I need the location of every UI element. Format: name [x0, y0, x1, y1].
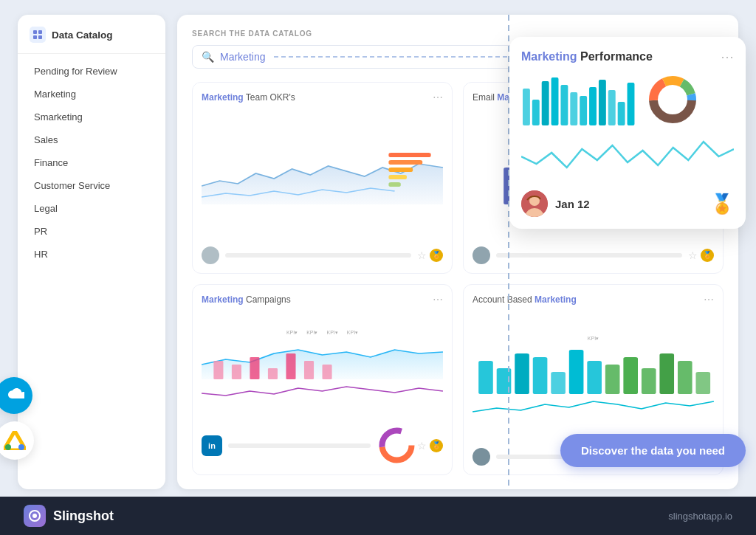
- svg-rect-44: [659, 353, 674, 394]
- avatar-area: Jan 12: [521, 190, 590, 217]
- discover-button[interactable]: Discover the data you need: [560, 434, 746, 467]
- content-area: Data Catalog Pending for Review ⋯ Market…: [18, 15, 738, 489]
- card-blue-text: Marketing: [535, 294, 577, 305]
- svg-rect-29: [304, 361, 314, 379]
- brand-name: Slingshot: [53, 508, 114, 524]
- svg-rect-30: [323, 365, 332, 379]
- svg-rect-0: [33, 30, 37, 34]
- floating-performance-card: Marketing Performance ⋯: [509, 37, 746, 229]
- bottom-bar: Slingshot slingshotapp.io: [0, 497, 756, 535]
- floating-title-blue: Marketing: [521, 50, 577, 63]
- svg-rect-56: [608, 90, 616, 125]
- card-avatar: [472, 448, 490, 466]
- floating-footer: Jan 12 🏅: [521, 190, 734, 217]
- data-catalog-icon: [30, 27, 46, 43]
- floating-date: Jan 12: [555, 198, 590, 210]
- card-footer-line: [496, 253, 682, 258]
- svg-point-68: [32, 514, 37, 518]
- sidebar-item-label: Sales: [34, 134, 58, 145]
- brand-icon: [24, 505, 46, 527]
- svg-rect-37: [533, 357, 548, 394]
- sidebar-item-pr[interactable]: PR ⋯: [22, 220, 161, 242]
- sidebar-item-smarketing[interactable]: Smarketing ⋯: [22, 106, 161, 128]
- svg-rect-51: [560, 85, 568, 125]
- svg-rect-49: [542, 81, 549, 125]
- sidebar-header: Data Catalog: [18, 27, 165, 54]
- sidebar: Data Catalog Pending for Review ⋯ Market…: [18, 15, 165, 489]
- card-menu-icon[interactable]: ⋯: [433, 294, 443, 306]
- card-prefix-text: Account Based: [472, 294, 535, 305]
- card-header: Marketing Campaigns ⋯: [202, 294, 443, 306]
- badge-icon: 🏅: [701, 249, 714, 262]
- floating-card-body: [521, 74, 734, 125]
- card-visual: [202, 109, 443, 241]
- sidebar-item-hr[interactable]: HR ⋯: [22, 243, 161, 265]
- sidebar-item-label: HR: [34, 249, 48, 260]
- brand-area: Slingshot: [24, 505, 114, 527]
- svg-rect-2: [33, 35, 37, 39]
- sidebar-item-label: Finance: [34, 157, 68, 168]
- medal-icon: 🏅: [710, 193, 734, 215]
- svg-rect-47: [523, 89, 530, 125]
- svg-rect-41: [605, 365, 620, 394]
- sidebar-item-label: Legal: [34, 203, 58, 214]
- card-blue-text: Marketing: [202, 92, 244, 103]
- floating-card-menu-icon[interactable]: ⋯: [721, 49, 734, 65]
- floating-card-header: Marketing Performance ⋯: [521, 49, 734, 65]
- search-value: Marketing: [220, 51, 265, 63]
- floating-title-performance: Performance: [580, 50, 653, 63]
- svg-rect-54: [589, 87, 597, 125]
- star-icon[interactable]: ☆: [417, 440, 427, 452]
- svg-rect-28: [286, 353, 295, 379]
- card-blue-text: Marketing: [202, 294, 244, 305]
- badge-icon: 🏅: [430, 439, 443, 452]
- brand-url: slingshotapp.io: [668, 511, 732, 522]
- sidebar-item-label: Pending for Review: [34, 66, 117, 77]
- sidebar-item-sales[interactable]: Sales ⋯: [22, 128, 161, 151]
- svg-rect-57: [618, 102, 625, 125]
- svg-rect-46: [695, 372, 710, 394]
- card-menu-icon[interactable]: ⋯: [704, 294, 714, 306]
- sidebar-item-legal[interactable]: Legal ⋯: [22, 197, 161, 219]
- svg-rect-50: [551, 77, 559, 125]
- sidebar-item-marketing[interactable]: Marketing ⋯: [22, 83, 161, 105]
- card-marketing-okr: Marketing Team OKR's ⋯: [192, 82, 453, 274]
- svg-rect-24: [213, 361, 223, 379]
- sidebar-item-finance[interactable]: Finance ⋯: [22, 151, 161, 173]
- sidebar-item-customer-service[interactable]: Customer Service ⋯: [22, 174, 161, 196]
- card-menu-icon[interactable]: ⋯: [433, 92, 443, 103]
- star-icon[interactable]: ☆: [688, 249, 698, 261]
- card-footer: in ☆ 🏅: [202, 425, 443, 466]
- card-title: Marketing Campaigns: [202, 294, 291, 305]
- svg-rect-55: [599, 80, 606, 125]
- floating-card-title: Marketing Performance: [521, 50, 653, 63]
- card-rest-title: Team OKR's: [246, 92, 295, 103]
- sidebar-item-pending[interactable]: Pending for Review ⋯: [22, 60, 161, 82]
- svg-rect-10: [388, 175, 407, 179]
- card-visual: KPI▾KPI▾KPI▾KPI▾: [202, 311, 443, 420]
- card-rest-title: Campaigns: [246, 294, 291, 305]
- svg-point-6: [5, 444, 11, 450]
- main-wrapper: Data Catalog Pending for Review ⋯ Market…: [0, 0, 756, 497]
- card-marketing-campaigns: Marketing Campaigns ⋯ KPI▾KPI▾KPI▾KPI▾: [192, 284, 453, 476]
- sidebar-item-label: Smarketing: [34, 111, 83, 122]
- sidebar-item-label: Customer Service: [34, 180, 110, 191]
- svg-rect-40: [587, 361, 602, 394]
- svg-rect-34: [478, 361, 493, 394]
- card-footer: ☆ 🏅: [202, 246, 443, 264]
- sidebar-title: Data Catalog: [52, 30, 113, 41]
- google-ads-logo: [0, 421, 34, 460]
- svg-rect-43: [642, 368, 656, 394]
- svg-rect-8: [388, 160, 422, 165]
- svg-rect-7: [388, 153, 430, 157]
- svg-rect-48: [532, 100, 540, 125]
- user-avatar: [521, 190, 548, 217]
- svg-rect-38: [551, 372, 566, 394]
- card-footer-line: [228, 443, 371, 448]
- star-icon[interactable]: ☆: [417, 249, 427, 261]
- svg-rect-26: [250, 357, 259, 379]
- svg-rect-27: [268, 368, 278, 379]
- svg-rect-3: [38, 35, 42, 39]
- svg-point-64: [662, 89, 684, 111]
- card-avatar: [202, 246, 219, 264]
